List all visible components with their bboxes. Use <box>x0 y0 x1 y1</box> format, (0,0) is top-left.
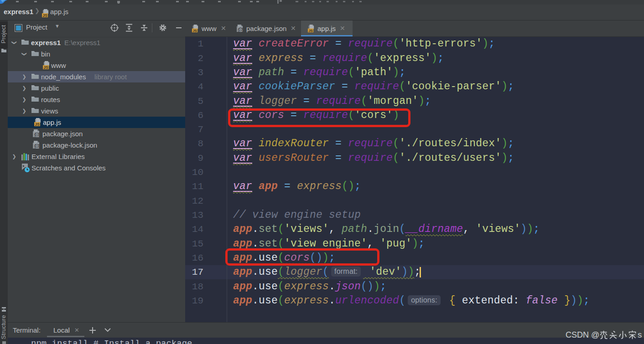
svg-text:{: { <box>238 28 240 32</box>
svg-text:JS: JS <box>192 29 197 33</box>
svg-text:JS: JS <box>35 122 40 127</box>
svg-text:JS: JS <box>43 65 48 70</box>
svg-text:{: { <box>34 133 36 137</box>
svg-text:}: } <box>241 28 244 32</box>
svg-text:JS: JS <box>42 13 47 18</box>
svg-text:}: } <box>38 144 40 149</box>
svg-text:JS: JS <box>308 29 313 33</box>
svg-text:{: { <box>34 144 36 149</box>
svg-text:}: } <box>38 133 40 137</box>
